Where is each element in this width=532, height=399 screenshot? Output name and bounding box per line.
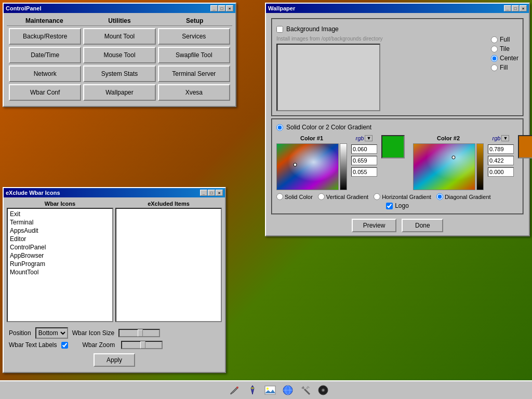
display-radio-fill[interactable] xyxy=(491,64,498,71)
ex-minimize-btn[interactable]: _ xyxy=(200,190,207,196)
svg-point-6 xyxy=(267,388,269,390)
icon-size-slider[interactable] xyxy=(118,329,160,337)
cp-btn-network[interactable]: Network xyxy=(9,65,81,82)
display-radio-tile[interactable] xyxy=(491,46,498,52)
wallpaper-controls: _ □ × xyxy=(504,5,527,11)
color2-r-input[interactable]: 0.789 xyxy=(488,144,514,154)
cp-btn-mount-tool[interactable]: Mount Tool xyxy=(83,28,155,45)
color2-g-input[interactable]: 0.422 xyxy=(488,156,514,165)
preview-inner xyxy=(278,45,379,110)
position-dropdown[interactable]: BottomTopLeftRight xyxy=(35,327,68,339)
gradient-radio-vertical-gradient[interactable] xyxy=(318,193,325,200)
gradient-label-solid-color: Solid Color xyxy=(285,194,313,200)
cp-btn-backup-restore[interactable]: Backup/Restore xyxy=(9,28,81,45)
excluded-header: eXcluded Items xyxy=(115,201,222,207)
logo-checkbox[interactable] xyxy=(386,203,393,209)
gradient-label-diagonal-gradient: Diagonal Gradient xyxy=(445,194,491,200)
apply-btn[interactable]: Apply xyxy=(94,353,135,367)
cp-buttons-grid: Backup/RestoreMount ToolServicesDate/Tim… xyxy=(7,26,232,103)
color2-b-input[interactable]: 0.000 xyxy=(488,167,514,177)
wallpaper-titlebar: Wallpaper _ □ × xyxy=(266,4,529,13)
cp-btn-mouse-tool[interactable]: Mouse Tool xyxy=(83,47,155,63)
taskbar-icon-pen[interactable] xyxy=(244,382,261,398)
taskbar-icon-edit[interactable] xyxy=(227,382,243,398)
cp-btn-swapfile-tool[interactable]: Swapfile Tool xyxy=(158,47,230,63)
display-mode-fill: Fill xyxy=(491,64,518,71)
ex-maximize-btn[interactable]: □ xyxy=(208,190,215,196)
wbar-icon-appbrowser[interactable]: AppBrowser xyxy=(9,251,111,260)
wbar-icon-mounttool[interactable]: MountTool xyxy=(9,268,111,276)
color1-brightness-slider[interactable] xyxy=(340,143,347,190)
display-label-center: Center xyxy=(500,55,518,62)
wallpaper-title: Wallpaper xyxy=(268,5,504,11)
color2-picker-area xyxy=(413,143,484,190)
taskbar-icon-tools[interactable] xyxy=(297,382,314,398)
excluded-list[interactable] xyxy=(115,208,222,322)
color2-canvas[interactable] xyxy=(413,143,475,190)
text-labels-checkbox[interactable] xyxy=(61,342,68,349)
color1-rgb-dropdown-icon[interactable]: ▼ xyxy=(365,135,373,141)
gradient-radio-diagonal-gradient[interactable] xyxy=(436,193,443,200)
wbar-icon-appsaudit[interactable]: AppsAudit xyxy=(9,227,111,235)
color1-swatch-container xyxy=(381,135,405,158)
wbar-icon-runprogram[interactable]: RunProgram xyxy=(9,260,111,268)
cp-btn-date-time[interactable]: Date/Time xyxy=(9,47,81,63)
color2-brightness-slider[interactable] xyxy=(476,143,484,190)
gradient-radio-solid-color[interactable] xyxy=(276,193,283,200)
display-label-tile: Tile xyxy=(500,45,510,52)
gradient-radio-horizontal-gradient[interactable] xyxy=(374,193,380,200)
image-preview xyxy=(276,44,380,111)
gradient-label-vertical-gradient: Vertical Gradient xyxy=(326,194,368,200)
wbar-icons-col: Wbar Icons ExitTerminalAppsAuditEditorCo… xyxy=(7,201,113,322)
cp-btn-xvesa[interactable]: Xvesa xyxy=(158,84,230,101)
minimize-btn[interactable]: _ xyxy=(210,5,218,11)
cp-btn-terminal-server[interactable]: Terminal Server xyxy=(158,65,230,82)
color1-g-input[interactable]: 0.659 xyxy=(351,156,377,165)
color1-r-input[interactable]: 0.060 xyxy=(351,144,377,154)
cp-btn-wbar-conf[interactable]: Wbar Conf xyxy=(9,84,81,101)
zoom-slider[interactable] xyxy=(121,341,163,349)
color1-b-input[interactable]: 0.055 xyxy=(351,167,377,177)
bg-image-checkbox[interactable] xyxy=(276,26,283,33)
gradient-label-horizontal-gradient: Horizontal Gradient xyxy=(382,194,431,200)
display-label-full: Full xyxy=(500,36,510,43)
wbar-icon-exit[interactable]: Exit xyxy=(9,210,111,218)
wp-maximize-btn[interactable]: □ xyxy=(512,5,519,11)
display-radio-center[interactable] xyxy=(491,55,498,62)
wp-minimize-btn[interactable]: _ xyxy=(504,5,511,11)
cp-btn-services[interactable]: Services xyxy=(158,28,230,45)
exclude-title: eXclude Wbar Icons xyxy=(6,190,200,196)
display-mode-group: FullTileCenterFill xyxy=(491,36,518,71)
color2-rgb-label: rgb xyxy=(493,135,501,141)
wbar-icon-terminal[interactable]: Terminal xyxy=(9,218,111,227)
color1-swatch xyxy=(381,135,405,158)
wp-close-btn[interactable]: × xyxy=(520,5,527,11)
control-panel-title: ControlPanel xyxy=(6,5,210,11)
close-btn[interactable]: × xyxy=(226,5,233,11)
cp-btn-wallpaper[interactable]: Wallpaper xyxy=(83,84,155,101)
excluded-items-col: eXcluded Items xyxy=(115,201,222,322)
gradient-enable-radio[interactable] xyxy=(276,124,283,131)
done-btn[interactable]: Done xyxy=(402,219,443,232)
color1-rgb-label: rgb xyxy=(356,135,364,141)
wbar-icon-controlpanel[interactable]: ControlPanel xyxy=(9,243,111,251)
bg-image-label: Background Image xyxy=(286,25,339,33)
wbar-icon-editor[interactable]: Editor xyxy=(9,235,111,243)
maximize-btn[interactable]: □ xyxy=(218,5,225,11)
display-label-fill: Fill xyxy=(500,64,508,71)
install-hint: Install images from /opt/backgrounds dir… xyxy=(276,36,487,42)
wbar-icons-list[interactable]: ExitTerminalAppsAuditEditorControlPanelA… xyxy=(7,208,113,322)
ex-close-btn[interactable]: × xyxy=(216,190,223,196)
color1-canvas[interactable] xyxy=(276,143,339,190)
cp-btn-system-stats[interactable]: System Stats xyxy=(83,65,155,82)
taskbar-icon-globe[interactable] xyxy=(280,382,296,398)
taskbar-icon-image[interactable] xyxy=(262,382,278,398)
svg-point-3 xyxy=(251,387,254,389)
color2-rgb-area: rgb ▼ 0.789 0.422 0.000 xyxy=(488,135,514,177)
preview-btn[interactable]: Preview xyxy=(352,219,397,232)
color2-rgb-dropdown-icon[interactable]: ▼ xyxy=(501,135,509,141)
icon-size-thumb xyxy=(138,329,143,337)
display-radio-full[interactable] xyxy=(491,36,498,43)
taskbar-icon-disk[interactable] xyxy=(315,382,331,398)
wbar-columns: Wbar Icons ExitTerminalAppsAuditEditorCo… xyxy=(7,201,222,322)
